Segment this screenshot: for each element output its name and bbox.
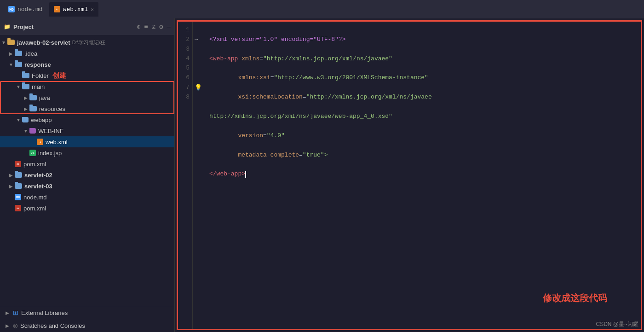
minimize-icon[interactable]: —	[167, 23, 171, 31]
md-file-icon: MD	[15, 194, 21, 200]
root-path: D:\学习笔记\狂	[72, 39, 105, 46]
tree-item-resources[interactable]: ▶ resources	[0, 103, 174, 114]
eq-span: =	[303, 93, 306, 102]
eq-span: =	[263, 131, 267, 141]
sidebar: 📁 Project ⊕ ≡ ≢ ⚙ — ▼ javaweb-02-servlet…	[0, 18, 175, 332]
add-icon[interactable]: ⊕	[137, 23, 140, 31]
webapp-label: webapp	[31, 116, 52, 123]
expand-arrow: ▶	[4, 310, 11, 315]
folder-icon	[15, 183, 22, 189]
code-line-3: xmlns:xsi="http://www.w3.org/2001/XMLSch…	[209, 73, 635, 83]
servlet02-label: servlet-02	[24, 172, 52, 179]
list2-icon[interactable]: ≢	[152, 23, 155, 31]
tree-item-pom1[interactable]: m pom.xml	[0, 158, 174, 169]
external-libraries-item[interactable]: ▶ ⊞ External Libraries	[0, 306, 174, 319]
tree-item-java[interactable]: ▶ java	[0, 92, 174, 103]
text-cursor	[245, 171, 246, 178]
xml-icon: ✦	[54, 6, 60, 12]
sidebar-title: Project	[13, 23, 34, 30]
annotation-text: 修改成这段代码	[543, 292, 607, 304]
eq-span: =	[270, 73, 274, 83]
tree-item-servlet03[interactable]: ▶ servlet-03	[0, 181, 174, 192]
val-span: "http://xmlns.jcp.org/xml/ns/javaee"	[263, 54, 392, 64]
main-label: main	[32, 83, 45, 90]
code-line-7: metadata-complete="true">	[209, 151, 635, 160]
eq-span: =	[299, 151, 303, 160]
idea-label: .idea	[24, 50, 37, 57]
webinf-folder-icon	[29, 128, 36, 134]
tree-item-nodemd[interactable]: MD node.md	[0, 192, 174, 203]
watermark: CSDN @星~闪耀	[596, 320, 638, 328]
expand-arrow: ▶	[4, 323, 11, 328]
pom1-label: pom.xml	[23, 161, 46, 168]
project-folder-icon: 📁	[4, 23, 11, 30]
indicator-4	[195, 54, 202, 64]
tree-item-root[interactable]: ▼ javaweb-02-servlet D:\学习笔记\狂	[0, 37, 174, 48]
response-label: response	[24, 61, 51, 68]
expand-arrow: ▶	[22, 106, 29, 111]
folder-icon	[22, 84, 29, 89]
attr-span: xmlns	[238, 54, 259, 64]
tree-item-idea[interactable]: ▶ .idea	[0, 48, 174, 59]
val-span: "true">	[303, 151, 328, 160]
folder-label: Folder	[32, 72, 49, 79]
code-line-5: http://xmlns.jcp.org/xml/ns/javaee/web-a…	[209, 112, 635, 122]
chuangjian-label: 创建	[52, 71, 66, 80]
tab-web-xml[interactable]: ✦ web.xml ✕	[49, 2, 98, 17]
webxml-label: web.xml	[46, 139, 68, 146]
code-area[interactable]: <?xml version="1.0" encoding="UTF-8"?> <…	[204, 22, 641, 329]
code-line-8: </web-app>	[209, 169, 635, 179]
expand-arrow: ▼	[7, 62, 15, 67]
main-area: 📁 Project ⊕ ≡ ≢ ⚙ — ▼ javaweb-02-servlet…	[0, 18, 644, 332]
scratches-icon: ◎	[13, 322, 17, 329]
tree-item-main[interactable]: ▼ main	[0, 81, 174, 92]
folder-icon	[29, 95, 37, 100]
pom-file-icon: m	[15, 161, 21, 167]
xml-decl-span: <?xml version="1.0" encoding="UTF-8"?>	[209, 35, 345, 45]
settings-icon[interactable]: ⚙	[159, 23, 163, 31]
tree-item-webxml[interactable]: ✦ web.xml	[0, 136, 174, 147]
closing-tag-span: </web-app>	[209, 169, 245, 179]
xml-file-icon: ✦	[37, 139, 43, 145]
folder-icon	[15, 172, 22, 178]
indicator-8	[195, 93, 202, 103]
editor-content[interactable]: 1 2 3 4 5 6 7 8 → 💡 <?xml vers	[177, 20, 642, 330]
file-tree: ▼ javaweb-02-servlet D:\学习笔记\狂 ▶ .idea ▼…	[0, 35, 174, 306]
indicator-5	[195, 64, 202, 74]
code-line-6: version="4.0"	[209, 131, 635, 141]
attr-span: metadata-complete	[209, 151, 299, 160]
tree-item-folder[interactable]: Folder 创建	[0, 70, 174, 81]
tab-close-button[interactable]: ✕	[91, 6, 94, 12]
md-icon: MD	[8, 6, 15, 12]
tree-item-indexjsp[interactable]: JS index.jsp	[0, 147, 174, 158]
expand-arrow: ▶	[22, 95, 29, 100]
line-numbers: 1 2 3 4 5 6 7 8	[178, 22, 193, 329]
nodemd-label: node.md	[23, 194, 47, 201]
jsp-file-icon: JS	[29, 150, 36, 156]
indicator-6	[195, 74, 202, 83]
tag-span: <web-app	[209, 54, 238, 64]
indicator-7: 💡	[195, 83, 202, 93]
sidebar-header: 📁 Project ⊕ ≡ ≢ ⚙ —	[0, 18, 174, 35]
scratches-item[interactable]: ▶ ◎ Scratches and Consoles	[0, 319, 174, 332]
title-bar: MD node.md ✦ web.xml ✕	[0, 0, 644, 18]
pom-file-icon2: m	[15, 205, 21, 211]
webinf-label: WEB-INF	[38, 128, 63, 134]
folder-icon	[15, 62, 22, 67]
folder-icon	[29, 106, 37, 111]
tree-item-webapp[interactable]: ▼ webapp	[0, 114, 174, 125]
indicator-2: →	[195, 35, 202, 45]
expand-arrow: ▼	[0, 40, 7, 45]
folder-icon	[22, 73, 29, 78]
root-label: javaweb-02-servlet	[17, 39, 70, 46]
java-label: java	[39, 94, 50, 101]
tree-item-webinf[interactable]: ▼ WEB-INF	[0, 125, 174, 136]
eq-span: =	[259, 54, 263, 64]
tab-node-md[interactable]: MD node.md	[4, 2, 47, 17]
indicator-3	[195, 45, 202, 54]
list-icon[interactable]: ≡	[144, 23, 148, 31]
sidebar-toolbar: ⊕ ≡ ≢ ⚙ —	[137, 23, 171, 31]
tree-item-pom2[interactable]: m pom.xml	[0, 203, 174, 214]
tree-item-response[interactable]: ▼ response	[0, 59, 174, 70]
tree-item-servlet02[interactable]: ▶ servlet-02	[0, 169, 174, 181]
